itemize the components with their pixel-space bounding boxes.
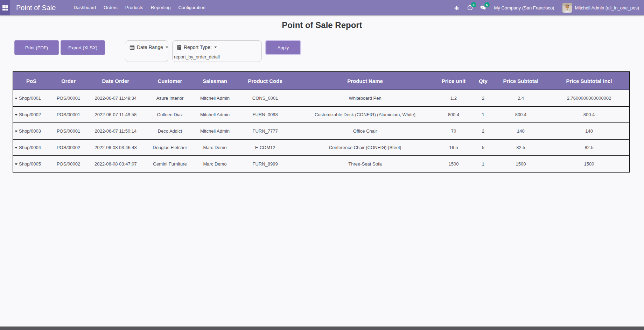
cell-qty: 1 — [474, 106, 493, 123]
cell-qty: 2 — [474, 90, 493, 106]
pos-session-label: Shop/0001 — [19, 96, 41, 101]
page-title: Point of Sale Report — [0, 20, 644, 30]
messages-count-badge: 5 — [484, 2, 490, 7]
table-row: Shop/0002POS/000012022-06-07 11:49:58Col… — [13, 106, 630, 123]
cell-date-order: 2022-06-08 03:47:07 — [88, 156, 144, 172]
cell-order: POS/00002 — [49, 156, 88, 172]
column-header-price-subtotal: Price Subtotal — [493, 72, 549, 90]
cell-price-subtotal-incl: 82.5 — [549, 139, 630, 156]
row-expand-caret-icon[interactable] — [15, 114, 18, 116]
cell-price-unit: 800.4 — [434, 106, 474, 123]
book-icon — [177, 45, 182, 50]
company-switcher[interactable]: My Company (San Francisco) — [490, 5, 559, 10]
row-expand-caret-icon[interactable] — [15, 147, 18, 149]
cell-date-order: 2022-06-07 11:49:34 — [88, 90, 144, 106]
debug-button[interactable] — [450, 0, 463, 15]
cell-price-subtotal: 82.5 — [493, 139, 549, 156]
cell-price-subtotal-incl: 800.4 — [549, 106, 630, 123]
cell-product-code: FURN_7777 — [234, 123, 297, 139]
cell-qty: 1 — [474, 156, 493, 172]
cell-qty: 5 — [474, 139, 493, 156]
apps-menu-button[interactable] — [0, 0, 10, 15]
cell-product-code: FURN_8999 — [234, 156, 297, 172]
menu-item-orders[interactable]: Orders — [100, 0, 121, 15]
pos-session-label: Shop/0003 — [19, 128, 41, 134]
cell-order: POS/00001 — [49, 90, 88, 106]
row-expand-caret-icon[interactable] — [15, 131, 18, 132]
menu-item-products[interactable]: Products — [121, 0, 147, 15]
date-range-dropdown[interactable]: Date Range — [125, 40, 168, 62]
bug-icon — [454, 5, 459, 10]
cell-customer: Azure Interior — [144, 90, 196, 106]
report-type-dropdown[interactable]: Report Type: report_by_order_detail — [172, 40, 262, 62]
cell-product-name: Customizable Desk (CONFIG) (Aluminium, W… — [296, 106, 433, 123]
cell-salesman: Mitchell Admin — [196, 106, 233, 123]
caret-down-icon — [166, 47, 168, 48]
report-controls: Print (PDF) Export (XLSX) Date Range — [14, 40, 644, 62]
row-expand-caret-icon[interactable] — [15, 98, 18, 99]
report-type-value: report_by_order_detail — [174, 54, 257, 59]
cell-date-order: 2022-06-07 11:50:14 — [88, 123, 144, 139]
calendar-icon — [130, 45, 135, 50]
report-type-label: Report Type: — [184, 44, 212, 50]
cell-price-unit: 16.5 — [434, 139, 474, 156]
table-header-row: PoSOrderDate OrderCustomerSalesmanProduc… — [13, 72, 630, 90]
user-menu[interactable]: Mitchell Admin (all_in_one_pos) — [575, 5, 639, 10]
column-header-price-subtotal-incl: Price Subtotal Incl — [549, 72, 630, 90]
cell-price-subtotal: 800.4 — [493, 106, 549, 123]
cell-product-code: CONS_0001 — [234, 90, 297, 106]
cell-salesman: Marc Demo — [196, 139, 233, 156]
cell-price-subtotal-incl: 2.7600000000000002 — [549, 90, 630, 106]
cell-order: POS/00001 — [49, 123, 88, 139]
date-range-label: Date Range — [137, 44, 163, 50]
top-navbar: Point of Sale Dashboard Orders Products … — [0, 0, 644, 15]
menu-item-dashboard[interactable]: Dashboard — [70, 0, 100, 15]
table-row: Shop/0005POS/000022022-06-08 03:47:07Gem… — [13, 156, 630, 172]
column-header-order: Order — [49, 72, 88, 90]
cell-product-name: Office Chair — [296, 123, 433, 139]
activities-button[interactable]: 2 — [463, 0, 477, 15]
cell-product-code: FURN_0098 — [234, 106, 297, 123]
row-expand-caret-icon[interactable] — [15, 163, 18, 165]
cell-qty: 2 — [474, 123, 493, 139]
column-header-product-name: Product Name — [296, 72, 433, 90]
print-pdf-button[interactable]: Print (PDF) — [14, 40, 59, 55]
cell-customer: Douglas Fletcher — [144, 139, 196, 156]
cell-price-subtotal-incl: 140 — [549, 123, 630, 139]
cell-pos: Shop/0003 — [13, 123, 49, 139]
navbar-right-section: 2 5 My Company (San Francisco) Mitchell … — [450, 0, 644, 15]
main-menu: Dashboard Orders Products Reporting Conf… — [70, 0, 209, 15]
cell-pos: Shop/0004 — [13, 139, 49, 156]
user-avatar[interactable] — [562, 3, 572, 13]
cell-customer: Colleen Diaz — [144, 106, 196, 123]
cell-pos: Shop/0005 — [13, 156, 49, 172]
bottom-bar — [0, 327, 644, 330]
pos-session-label: Shop/0002 — [19, 112, 41, 117]
cell-customer: Deco Addict — [144, 123, 196, 139]
cell-order: POS/00001 — [49, 106, 88, 123]
messages-button[interactable]: 5 — [477, 0, 490, 15]
cell-product-name: Three-Seat Sofa — [296, 156, 433, 172]
cell-salesman: Mitchell Admin — [196, 90, 233, 106]
cell-order: POS/00002 — [49, 139, 88, 156]
column-header-customer: Customer — [144, 72, 196, 90]
pos-session-label: Shop/0005 — [19, 161, 41, 167]
column-header-salesman: Salesman — [196, 72, 233, 90]
table-row: Shop/0001POS/000012022-06-07 11:49:34Azu… — [13, 90, 630, 106]
column-header-pos: PoS — [13, 72, 49, 90]
cell-pos: Shop/0002 — [13, 106, 49, 123]
menu-item-configuration[interactable]: Configuration — [174, 0, 209, 15]
apply-button[interactable]: Apply — [265, 40, 301, 55]
column-header-qty: Qty — [474, 72, 493, 90]
cell-price-subtotal: 140 — [493, 123, 549, 139]
cell-pos: Shop/0001 — [13, 90, 49, 106]
cell-price-unit: 1.2 — [434, 90, 474, 106]
cell-customer: Gemini Furniture — [144, 156, 196, 172]
export-xlsx-button[interactable]: Export (XLSX) — [61, 40, 105, 55]
report-table: PoSOrderDate OrderCustomerSalesmanProduc… — [13, 71, 630, 173]
cell-price-subtotal: 1500 — [493, 156, 549, 172]
cell-date-order: 2022-06-08 03:46:48 — [88, 139, 144, 156]
apps-grid-icon — [2, 5, 8, 10]
app-title[interactable]: Point of Sale — [16, 4, 56, 12]
menu-item-reporting[interactable]: Reporting — [147, 0, 174, 15]
